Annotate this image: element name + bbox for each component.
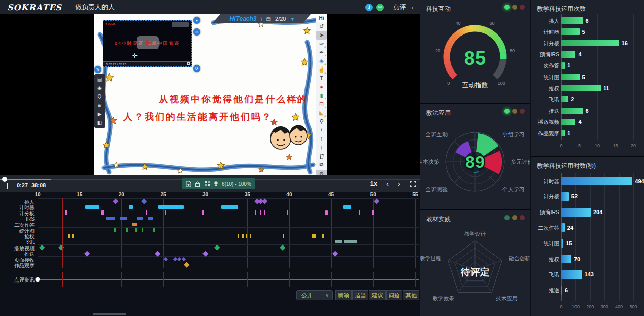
tag-button-question[interactable]: 问题 <box>386 290 402 300</box>
timeline-event-统计图[interactable] <box>126 228 128 232</box>
timeline-event-推送[interactable] <box>155 251 160 256</box>
timeline-event-抢权[interactable] <box>246 234 247 238</box>
timeline-event-计分板[interactable] <box>287 210 288 215</box>
timeline-event-统计图[interactable] <box>135 228 137 232</box>
visibility-select[interactable]: 公开 ∨ <box>296 290 333 300</box>
timeline-event-播放视频[interactable] <box>280 245 285 251</box>
timeline-event-计分板[interactable] <box>202 210 204 215</box>
push-page-icon[interactable] <box>186 181 191 187</box>
timeline-event-计分板[interactable] <box>372 210 374 215</box>
timeline-event-计分板[interactable] <box>65 210 67 215</box>
undo-icon[interactable]: ↺ <box>316 22 327 31</box>
video-fullscreen-icon[interactable] <box>187 62 190 65</box>
pointer-icon[interactable]: ➤ <box>316 31 327 40</box>
seek-handle[interactable] <box>2 177 7 182</box>
trash-icon[interactable] <box>316 152 327 160</box>
timeline-event-计分板[interactable] <box>264 210 265 215</box>
add-icon[interactable]: + <box>316 126 327 134</box>
timeline-event-抢权[interactable] <box>68 234 70 238</box>
timeline-event-计分板[interactable] <box>146 210 147 215</box>
timeline-event-计时器[interactable] <box>343 205 352 209</box>
timeline-event-播放视频[interactable] <box>58 245 64 251</box>
timeline-event-统计图[interactable] <box>142 228 143 232</box>
timeline-event-计时器[interactable] <box>158 205 184 209</box>
review-track[interactable] <box>38 279 419 280</box>
text-tool-icon[interactable]: T <box>316 74 327 83</box>
magnifier-icon[interactable]: ⚲ <box>316 117 327 126</box>
move-handle-icon[interactable]: ⊕ <box>193 28 200 36</box>
timeline-event-抢权[interactable] <box>312 234 316 238</box>
info-icon[interactable]: i <box>365 4 373 11</box>
page-dropdown-icon[interactable]: ▼ <box>290 16 295 22</box>
timeline-event-页面接收[interactable] <box>164 257 168 261</box>
review-button[interactable]: 点评 <box>393 3 406 12</box>
timeline-event-推送[interactable] <box>202 251 208 256</box>
timeline-event-抢权[interactable] <box>238 234 239 238</box>
tag-button-other[interactable]: 其他 <box>403 290 419 300</box>
timeline-event-挑人[interactable] <box>262 198 268 204</box>
timeline-event-计分板[interactable] <box>255 210 256 215</box>
tag-button-novel[interactable]: 新颖 <box>335 290 352 300</box>
timeline-event-计分板[interactable] <box>359 210 360 215</box>
pause-button[interactable] <box>7 182 12 188</box>
timeline-event-页面接收[interactable] <box>177 257 181 261</box>
timeline-event-抢权[interactable] <box>72 234 74 238</box>
timeline-event-播放视频[interactable] <box>39 245 45 251</box>
timeline-event-计时器[interactable] <box>221 205 238 209</box>
timeline-event-推送[interactable] <box>84 251 90 256</box>
prev-page-button[interactable]: ‹ <box>386 178 389 189</box>
next-page-button[interactable]: › <box>398 178 400 189</box>
arrow-down-icon[interactable]: ↓ <box>316 143 327 152</box>
timeline-event-IRS[interactable] <box>137 217 143 220</box>
pen-icon[interactable]: ✒ <box>316 48 327 57</box>
fill-bucket-icon[interactable]: ◣ <box>316 109 327 117</box>
timeline-event-计分板[interactable] <box>165 210 166 215</box>
timeline-event-挑人[interactable] <box>113 198 118 204</box>
timeline-event-飞讯[interactable] <box>335 240 342 243</box>
play-tool-icon[interactable]: ▶ <box>95 110 104 118</box>
swap-tool-icon[interactable]: ◧ <box>95 119 104 126</box>
horizontal-scrollbar-thumb[interactable] <box>93 313 126 315</box>
timeline-event-抢权[interactable] <box>250 234 251 238</box>
image-tool-icon[interactable]: ▤ <box>95 76 104 83</box>
eraser-icon[interactable]: ◈ <box>316 57 327 65</box>
menu-tool-icon[interactable]: ≡ <box>95 101 104 109</box>
timeline-event-二次作答[interactable] <box>132 223 137 226</box>
timeline-event-IRS[interactable] <box>148 217 153 220</box>
timeline-event-统计图[interactable] <box>114 228 116 232</box>
timeline-event-推送[interactable] <box>333 251 338 256</box>
embedded-video-object[interactable]: ● 02:25 24小时见证 成就中国奇迹 ✛ ⟲ 02:25 / 02:25 <box>103 20 192 67</box>
timeline-event-抢权[interactable] <box>242 234 244 238</box>
timeline-event-抢权[interactable] <box>283 234 284 238</box>
timeline-event-飞讯[interactable] <box>344 240 357 243</box>
zoom-tool-icon[interactable]: Q <box>95 93 104 100</box>
grid-status-icon[interactable] <box>204 181 210 187</box>
speed-button[interactable]: 1x <box>370 180 377 187</box>
timeline-event-挑人[interactable] <box>142 198 147 204</box>
arrow-up-icon[interactable]: ↑ <box>316 134 327 143</box>
stamp-icon[interactable]: ☝ <box>316 65 327 74</box>
tag-button-suggestion[interactable]: 建议 <box>369 290 385 300</box>
pen-fine-icon[interactable]: ✑ <box>316 40 327 48</box>
hiteach-page-tab[interactable]: HiTeach3 \ ▤ 2/20 ▼ <box>212 14 313 23</box>
collapse-handle-icon[interactable]: ▾ <box>193 17 200 24</box>
timeline-event-播放视频[interactable] <box>214 245 220 251</box>
timeline-event-计分板[interactable] <box>101 210 104 215</box>
resize-icon[interactable]: ⧉ <box>316 160 327 169</box>
edit-handle-icon[interactable]: ✎ <box>94 66 101 73</box>
lock-icon[interactable] <box>195 181 200 187</box>
timeline-event-计时器[interactable] <box>129 205 133 209</box>
timeline-event-计时器[interactable] <box>85 205 99 209</box>
marker-green-icon[interactable]: ▮ <box>316 91 327 100</box>
rotate-handle-icon[interactable]: ⟳ <box>193 65 200 72</box>
timeline-event-IRS[interactable] <box>120 217 127 220</box>
camera-tool-icon[interactable]: ◉ <box>95 84 104 92</box>
timeline-event-IRS[interactable] <box>106 217 115 220</box>
timeline-event-页面接收[interactable] <box>181 257 185 261</box>
timeline-event-抢权[interactable] <box>322 234 324 238</box>
fullscreen-button[interactable] <box>410 181 416 187</box>
timeline-event-作品观摩[interactable] <box>184 262 190 268</box>
video-progress-bar[interactable]: ⟲ 02:25 / 02:25 <box>103 61 191 66</box>
brush-red-icon[interactable]: ● <box>316 83 327 91</box>
timeline-event-挑人[interactable] <box>374 198 379 204</box>
